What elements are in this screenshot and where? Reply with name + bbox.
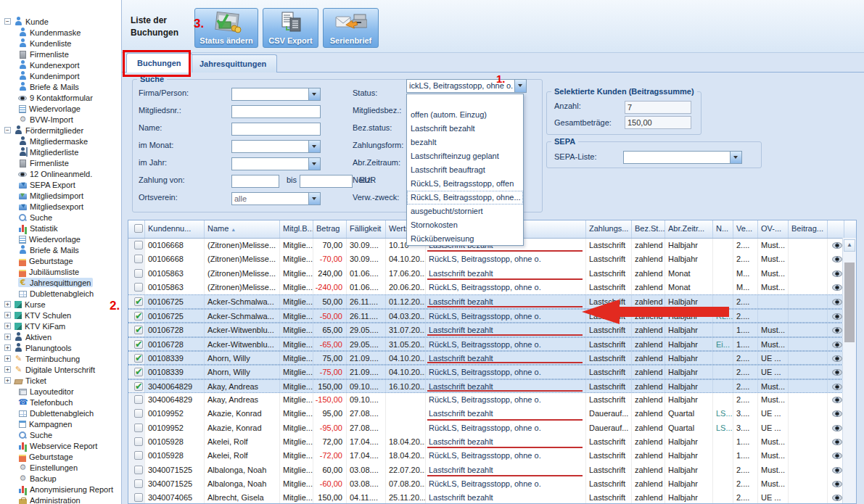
vertical-scrollbar[interactable]: ▲ xyxy=(842,238,856,503)
column-header-mitgl-b[interactable]: Mitgl.B... xyxy=(280,220,313,238)
sidebar-item-geburtstage[interactable]: Geburtstage xyxy=(2,451,120,462)
row-checkbox[interactable] xyxy=(134,368,143,376)
status-option-offen-autom-einzug[interactable]: offen (autom. Einzug) xyxy=(407,108,523,122)
tab-buchungen[interactable]: Buchungen xyxy=(126,53,192,73)
column-header-ve[interactable]: Ve... xyxy=(733,220,758,238)
tab-jahresquittungen[interactable]: Jahresquittungen xyxy=(189,54,277,73)
eye-icon[interactable] xyxy=(832,384,842,390)
sidebar-item-aktiven[interactable]: +Aktiven xyxy=(2,331,120,342)
eye-icon[interactable] xyxy=(832,425,842,431)
row-checkbox[interactable] xyxy=(134,297,143,306)
row-checkbox[interactable] xyxy=(134,255,143,263)
column-header-beitrag[interactable]: Beitrag... xyxy=(789,220,828,238)
status-option-ausgebucht-storniert[interactable]: ausgebucht/storniert xyxy=(407,205,523,218)
sidebar-item-kunde[interactable]: −Kunde xyxy=(2,16,120,27)
sidebar-item-einstellungen[interactable]: Einstellungen xyxy=(2,462,120,473)
eye-icon[interactable] xyxy=(832,481,842,487)
sidebar-item-administration[interactable]: Administration xyxy=(2,495,120,504)
expand-icon[interactable]: + xyxy=(4,377,11,384)
expand-icon[interactable]: + xyxy=(4,366,11,373)
sidebar-item-kundenliste[interactable]: Kundenliste xyxy=(2,38,120,49)
sidebar-item-12-onlineanmeld[interactable]: 12 Onlineanmeld. xyxy=(2,168,120,179)
row-checkbox[interactable] xyxy=(134,241,143,249)
collapse-icon[interactable]: − xyxy=(4,18,11,25)
eye-icon[interactable] xyxy=(832,313,842,320)
table-row[interactable]: 00106725Acker-Schmalwa...Mitglie...50,00… xyxy=(128,294,856,308)
table-row[interactable]: 3040071525Albalonga, NoahMitglie...60,00… xyxy=(128,463,856,477)
im-jahr-select[interactable] xyxy=(231,157,321,170)
collapse-icon[interactable]: − xyxy=(4,127,11,133)
eye-icon[interactable] xyxy=(832,342,842,348)
table-row[interactable]: 3040064829Akay, AndreasMitglie...-150,00… xyxy=(128,393,856,407)
row-checkbox[interactable] xyxy=(134,466,143,474)
eye-icon[interactable] xyxy=(832,369,842,376)
sidebar-item-planungtools[interactable]: +Planungtools xyxy=(2,342,120,353)
sidebar-item-firmenliste[interactable]: Firmenliste xyxy=(2,49,120,59)
row-checkbox[interactable] xyxy=(134,326,143,334)
sidebar-item-digitale-unterschrift[interactable]: +Digitale Unterschrift xyxy=(2,364,120,375)
eye-icon[interactable] xyxy=(832,439,842,445)
row-checkbox[interactable] xyxy=(134,340,143,349)
mitgliedsnr-input[interactable] xyxy=(231,105,321,118)
row-checkbox[interactable] xyxy=(134,312,143,321)
chevron-down-icon[interactable] xyxy=(308,88,320,100)
chevron-down-icon[interactable] xyxy=(308,158,320,170)
row-checkbox[interactable] xyxy=(134,437,143,446)
column-header-ov[interactable]: OV-... xyxy=(758,220,789,238)
row-checkbox[interactable] xyxy=(134,451,143,460)
sidebar-item-sepa-export[interactable]: SEPA Export xyxy=(2,179,120,190)
sidebar-item-terminbuchung[interactable]: +Terminbuchung xyxy=(2,353,120,364)
sidebar-item-telefonbuch[interactable]: Telefonbuch xyxy=(2,397,120,408)
sidebar-item-ktv-kifam[interactable]: +KTV KiFam xyxy=(2,321,120,331)
eye-icon[interactable] xyxy=(832,355,842,362)
firma-person-select[interactable] xyxy=(231,88,321,101)
table-row[interactable]: 3040071525Albalonga, NoahMitglie...-60,0… xyxy=(128,477,856,491)
status-option-rücküberweisung[interactable]: Rücküberweisung xyxy=(407,232,523,246)
column-header-check[interactable] xyxy=(128,220,145,238)
chevron-down-icon[interactable] xyxy=(730,152,741,163)
eye-icon[interactable] xyxy=(832,467,842,474)
sidebar-item-wiedervorlage[interactable]: Wiedervorlage xyxy=(2,234,120,244)
column-header-bez-st[interactable]: Bez.St... xyxy=(632,220,665,238)
column-header-fälligkeit[interactable]: Fälligkeit xyxy=(347,220,386,238)
row-checkbox[interactable] xyxy=(134,493,143,502)
expand-icon[interactable]: + xyxy=(4,312,11,318)
column-header-abr-zeitr[interactable]: Abr.Zeitr... xyxy=(665,220,713,238)
eye-icon[interactable] xyxy=(832,397,842,403)
row-checkbox[interactable] xyxy=(134,479,143,488)
sidebar-item-bvw-import[interactable]: BVW-Import xyxy=(2,114,120,125)
sidebar-item-kampagnen[interactable]: Kampagnen xyxy=(2,418,120,429)
table-row[interactable]: 00105863(Zitronen)Melisse...Mitglie...24… xyxy=(128,267,856,281)
chevron-down-icon[interactable] xyxy=(514,80,526,92)
expand-icon[interactable]: + xyxy=(4,334,11,340)
eye-icon[interactable] xyxy=(832,299,842,305)
sidebar-item-briefe-mails[interactable]: Briefe & Mails xyxy=(2,81,120,92)
row-checkbox[interactable] xyxy=(134,269,143,278)
sidebar-item-statistik[interactable]: Statistik xyxy=(2,223,120,234)
sidebar-item-suche[interactable]: Suche xyxy=(2,429,120,440)
expand-icon[interactable]: + xyxy=(4,355,11,362)
column-header-name[interactable]: Name▲ xyxy=(205,220,280,238)
sidebar-item-mitgliedermaske[interactable]: Mitgliedermaske xyxy=(2,136,120,146)
sidebar-item-kundenexport[interactable]: Kundenexport xyxy=(2,59,120,70)
status-option-stornokosten[interactable]: Stornokosten xyxy=(407,218,523,232)
row-checkbox[interactable] xyxy=(134,354,143,363)
sidebar-item-ktv-schulen[interactable]: +KTV Schulen xyxy=(2,310,120,321)
table-row[interactable]: 00105928Akelei, RolfMitglie...72,0017.04… xyxy=(128,435,856,449)
expand-icon[interactable]: + xyxy=(4,344,11,351)
zahlung-bis-input[interactable] xyxy=(300,175,353,188)
status-option-bezahlt[interactable]: bezahlt xyxy=(407,136,523,149)
sidebar-item-kurse[interactable]: +Kurse xyxy=(2,299,120,310)
eye-icon[interactable] xyxy=(832,242,842,249)
status-option-lastschrifteinzug-geplant[interactable]: Lastschrifteinzug geplant xyxy=(407,149,523,163)
table-row[interactable]: 00105863(Zitronen)Melisse...Mitglie...-2… xyxy=(128,281,856,294)
select-all-checkbox[interactable] xyxy=(134,224,143,233)
button-status-ändern[interactable]: Status ändern xyxy=(194,8,258,48)
status-option-rückls-beitragsstopp-offen[interactable]: RückLS, Beitragsstopp, offen xyxy=(407,177,523,191)
eye-icon[interactable] xyxy=(832,256,842,263)
table-row[interactable]: 00106728Acker-Witwenblu...Mitglie...65,0… xyxy=(128,323,856,336)
row-checkbox[interactable] xyxy=(134,409,143,418)
sidebar-item-fördermitglieder[interactable]: −Fördermitglieder xyxy=(2,125,120,136)
sidebar-item-kundenimport[interactable]: Kundenimport xyxy=(2,70,120,81)
ortsverein-select[interactable]: alle xyxy=(231,192,321,205)
